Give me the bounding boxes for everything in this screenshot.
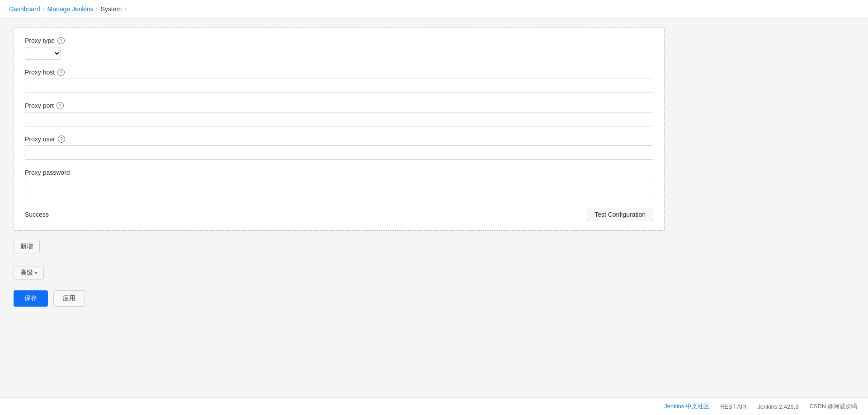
chevron-down-icon: ▾ <box>35 270 37 275</box>
breadcrumb: Dashboard › Manage Jenkins › System › <box>0 0 868 19</box>
proxy-host-help-icon[interactable]: ? <box>57 69 65 76</box>
version-label: Jenkins 2,426.3 <box>757 403 798 410</box>
proxy-type-help-icon[interactable]: ? <box>57 37 65 44</box>
proxy-password-group: Proxy password <box>25 169 653 193</box>
proxy-password-input[interactable] <box>25 179 653 193</box>
advanced-label: 高级 <box>20 269 33 277</box>
rest-api-label[interactable]: REST API <box>720 403 746 410</box>
save-button[interactable]: 保存 <box>14 290 48 307</box>
proxy-port-label-row: Proxy port ? <box>25 102 653 109</box>
apply-button[interactable]: 应用 <box>53 290 85 307</box>
proxy-host-label-text: Proxy host <box>25 69 55 76</box>
proxy-user-label-text: Proxy user <box>25 135 55 143</box>
advanced-row: 高级 ▾ <box>14 266 665 280</box>
proxy-type-select[interactable]: HTTP SOCKS4 SOCKS5 <box>25 47 61 60</box>
proxy-user-label-row: Proxy user ? <box>25 135 653 143</box>
proxy-port-help-icon[interactable]: ? <box>57 102 64 109</box>
proxy-port-input[interactable] <box>25 112 653 126</box>
proxy-type-label-row: Proxy type ? <box>25 37 653 44</box>
breadcrumb-dashboard[interactable]: Dashboard <box>9 5 40 13</box>
breadcrumb-system: System <box>100 5 122 13</box>
proxy-config-container: Proxy type ? HTTP SOCKS4 SOCKS5 Proxy ho… <box>14 28 665 231</box>
proxy-host-input[interactable] <box>25 79 653 93</box>
proxy-password-label-row: Proxy password <box>25 169 653 176</box>
breadcrumb-sep-1: › <box>43 6 45 12</box>
main-content: Proxy type ? HTTP SOCKS4 SOCKS5 Proxy ho… <box>0 19 678 316</box>
action-row: 新增 <box>14 240 665 259</box>
proxy-type-label-text: Proxy type <box>25 37 55 44</box>
proxy-password-label-text: Proxy password <box>25 169 70 176</box>
page-footer: Jenkins 中文社区 REST API Jenkins 2,426.3 CS… <box>0 397 868 415</box>
community-link[interactable]: Jenkins 中文社区 <box>664 402 709 410</box>
dashed-footer: Success Test Configuration <box>25 202 653 221</box>
success-text: Success <box>25 211 49 218</box>
proxy-host-label-row: Proxy host ? <box>25 69 653 76</box>
advanced-button[interactable]: 高级 ▾ <box>14 266 44 280</box>
proxy-type-group: Proxy type ? HTTP SOCKS4 SOCKS5 <box>25 37 653 60</box>
proxy-host-group: Proxy host ? <box>25 69 653 93</box>
proxy-user-help-icon[interactable]: ? <box>58 135 65 143</box>
add-button[interactable]: 新增 <box>14 240 40 253</box>
breadcrumb-sep-3: › <box>124 6 126 12</box>
proxy-port-group: Proxy port ? <box>25 102 653 126</box>
breadcrumb-manage-jenkins[interactable]: Manage Jenkins <box>47 5 94 13</box>
breadcrumb-sep-2: › <box>96 6 98 12</box>
proxy-user-group: Proxy user ? <box>25 135 653 160</box>
proxy-port-label-text: Proxy port <box>25 102 54 109</box>
bottom-buttons: 保存 应用 <box>14 290 665 307</box>
csdn-label: CSDN @阿波次喝 <box>809 402 857 410</box>
proxy-user-input[interactable] <box>25 145 653 160</box>
test-configuration-button[interactable]: Test Configuration <box>587 208 653 221</box>
